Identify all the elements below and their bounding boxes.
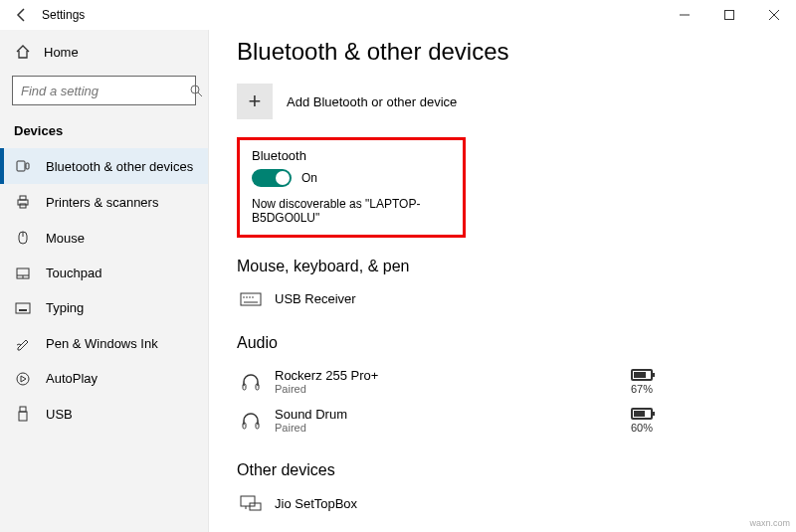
- printer-icon: [14, 194, 32, 210]
- add-device-button[interactable]: + Add Bluetooth or other device: [237, 84, 772, 119]
- sidebar-item-label: AutoPlay: [46, 371, 98, 386]
- sidebar-item-usb[interactable]: USB: [0, 396, 208, 432]
- search-box[interactable]: [12, 76, 196, 105]
- battery-indicator: 60%: [631, 408, 653, 434]
- search-input[interactable]: [21, 84, 189, 98]
- battery-percent: 67%: [631, 383, 653, 395]
- page-title: Bluetooth & other devices: [237, 38, 772, 66]
- headphones-icon: [237, 372, 265, 392]
- sidebar-item-mouse[interactable]: Mouse: [0, 220, 208, 256]
- bluetooth-toggle[interactable]: [252, 169, 292, 187]
- bluetooth-label: Bluetooth: [252, 148, 451, 163]
- add-device-label: Add Bluetooth or other device: [287, 94, 457, 109]
- sidebar-item-label: Pen & Windows Ink: [46, 336, 158, 351]
- sidebar-item-autoplay[interactable]: AutoPlay: [0, 361, 208, 396]
- sidebar-item-bluetooth[interactable]: Bluetooth & other devices: [0, 148, 208, 184]
- usb-icon: [14, 406, 32, 422]
- svg-rect-20: [20, 407, 26, 412]
- sidebar-item-pen[interactable]: Pen & Windows Ink: [0, 325, 208, 361]
- sidebar: Home Devices Bluetooth & other devices P…: [0, 30, 209, 532]
- home-label: Home: [44, 45, 79, 60]
- battery-indicator: 67%: [631, 369, 653, 395]
- minimize-button[interactable]: [662, 0, 706, 30]
- sidebar-item-label: Touchpad: [46, 266, 101, 280]
- autoplay-icon: [14, 372, 32, 386]
- sidebar-item-label: Mouse: [46, 231, 85, 246]
- device-row[interactable]: Jio SetTopBox: [237, 489, 772, 517]
- device-status: Paired: [275, 422, 631, 434]
- home-icon: [14, 44, 32, 60]
- section-title-mkp: Mouse, keyboard, & pen: [237, 258, 772, 275]
- sidebar-item-touchpad[interactable]: Touchpad: [0, 256, 208, 290]
- device-row[interactable]: Sound Drum Paired 60%: [237, 401, 772, 440]
- svg-rect-4: [17, 161, 25, 171]
- device-name: Rockerz 255 Pro+: [275, 368, 631, 383]
- section-title-audio: Audio: [237, 334, 772, 352]
- svg-rect-14: [16, 303, 30, 313]
- svg-point-19: [17, 373, 29, 385]
- svg-rect-21: [19, 412, 27, 421]
- window-controls: [662, 0, 796, 30]
- bluetooth-highlight-block: Bluetooth On Now discoverable as "LAPTOP…: [237, 137, 466, 238]
- svg-rect-32: [241, 496, 255, 506]
- sidebar-item-printers[interactable]: Printers & scanners: [0, 184, 208, 220]
- pen-icon: [14, 335, 32, 351]
- device-row[interactable]: USB Receiver: [237, 285, 772, 312]
- svg-point-24: [246, 296, 248, 298]
- mouse-icon: [14, 230, 32, 246]
- svg-point-26: [252, 296, 254, 298]
- battery-percent: 60%: [631, 422, 653, 434]
- close-button[interactable]: [751, 0, 796, 30]
- sidebar-item-label: USB: [46, 407, 73, 422]
- svg-point-2: [191, 86, 199, 93]
- device-name: Jio SetTopBox: [275, 496, 772, 511]
- main-content: Bluetooth & other devices + Add Bluetoot…: [209, 30, 796, 532]
- device-name: Sound Drum: [275, 407, 631, 422]
- battery-icon: [631, 408, 653, 420]
- bluetooth-discoverable-text: Now discoverable as "LAPTOP-B5DGO0LU": [252, 197, 451, 225]
- maximize-button[interactable]: [706, 0, 751, 30]
- sidebar-item-label: Typing: [46, 300, 84, 315]
- svg-point-23: [243, 296, 245, 298]
- device-name: USB Receiver: [275, 291, 772, 306]
- svg-line-3: [198, 92, 202, 96]
- sidebar-item-label: Printers & scanners: [46, 195, 158, 210]
- sidebar-item-label: Bluetooth & other devices: [46, 159, 193, 174]
- receiver-icon: [237, 292, 265, 306]
- svg-rect-7: [20, 196, 26, 200]
- svg-rect-1: [724, 11, 733, 20]
- headphones-icon: [237, 411, 265, 431]
- back-button[interactable]: [10, 3, 34, 27]
- device-row[interactable]: Rockerz 255 Pro+ Paired 67%: [237, 362, 772, 401]
- section-title-other: Other devices: [237, 461, 772, 479]
- sidebar-item-typing[interactable]: Typing: [0, 290, 208, 325]
- home-link[interactable]: Home: [0, 38, 208, 66]
- touchpad-icon: [14, 266, 32, 280]
- sidebar-section-header: Devices: [0, 119, 208, 148]
- svg-point-25: [249, 296, 251, 298]
- settop-icon: [237, 495, 265, 511]
- watermark: waxn.com: [749, 518, 790, 528]
- window-title: Settings: [42, 8, 85, 22]
- battery-icon: [631, 369, 653, 381]
- search-icon: [189, 84, 203, 97]
- device-status: Paired: [275, 383, 631, 395]
- bluetooth-icon: [14, 158, 32, 174]
- plus-icon: +: [237, 84, 273, 119]
- bluetooth-toggle-state: On: [301, 171, 317, 185]
- keyboard-icon: [14, 302, 32, 314]
- svg-rect-22: [241, 293, 261, 305]
- svg-rect-5: [26, 163, 29, 169]
